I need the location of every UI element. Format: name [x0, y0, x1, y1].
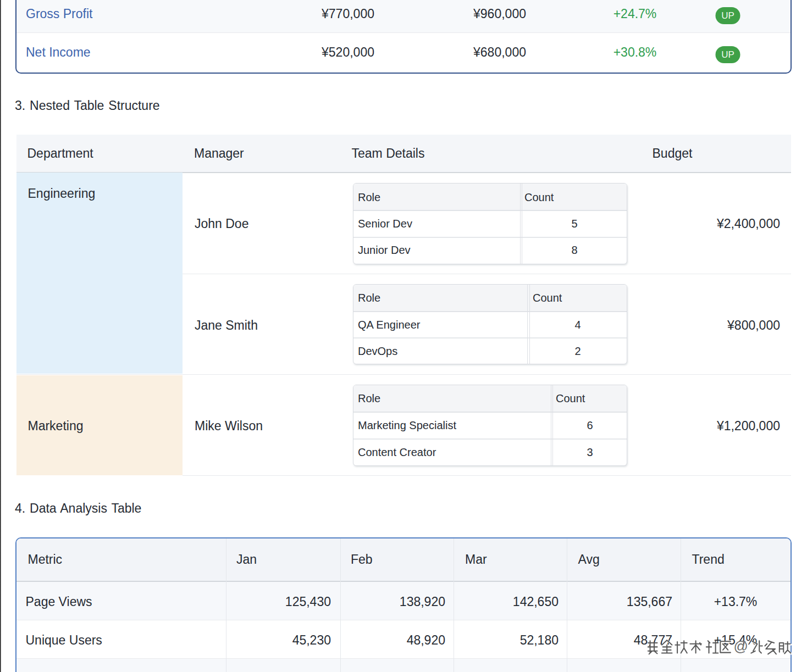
svg-text:@: @: [734, 638, 748, 654]
